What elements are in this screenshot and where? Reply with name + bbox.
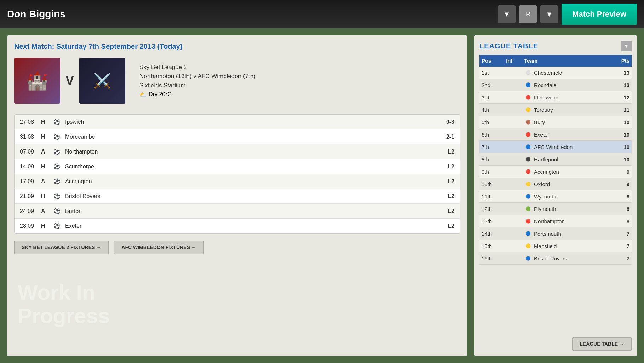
team-cell: 🔵 Bristol Rovers: [522, 252, 611, 265]
team-cell: 🔵 Wycombe: [522, 190, 611, 203]
league-table-row: 1st ⚪ Chesterfield 13: [479, 67, 632, 79]
team-cell: 🔵 Rochdale: [522, 79, 611, 91]
league-table-row: 2nd 🔵 Rochdale 13: [479, 79, 632, 91]
team-cell: 🟡 Mansfield: [522, 240, 611, 252]
inf-cell: [504, 227, 522, 240]
fix-date: 17.09: [20, 178, 41, 185]
pts-cell: 10: [611, 128, 632, 141]
fix-date: 24.09: [20, 208, 41, 214]
team-icon: ⚪: [524, 69, 532, 76]
arrow-down-right-btn[interactable]: ▼: [540, 5, 558, 23]
fixture-row: 31.08 H ⚽ Morecambe 2-1: [15, 129, 460, 144]
team-name: Chesterfield: [534, 70, 562, 76]
fix-badge-icon: ⚽: [52, 192, 62, 201]
team-icon: 🔵: [524, 192, 532, 200]
team-icon: 🔴: [524, 217, 532, 225]
league-table-row: 6th 🔴 Exeter 10: [479, 128, 632, 141]
team-name: Bristol Rovers: [534, 255, 567, 261]
pos-cell: 10th: [479, 178, 504, 190]
inf-cell: [504, 178, 522, 190]
inf-cell: [504, 104, 522, 116]
inf-cell: [504, 116, 522, 128]
fix-date: 07.09: [20, 149, 41, 155]
fix-badge-icon: ⚽: [52, 207, 62, 215]
fix-badge-icon: ⚽: [52, 117, 62, 126]
league-table-dropdown-btn[interactable]: ▼: [621, 41, 632, 51]
watermark: Work InProgress: [18, 281, 110, 328]
team-badges: V: [14, 58, 125, 104]
team-name: Northampton: [534, 218, 565, 224]
league-table-row: 9th 🔴 Accrington 9: [479, 166, 632, 178]
pts-cell: 10: [611, 141, 632, 153]
fix-team: Accrington: [65, 178, 433, 185]
league-table-row: 5th 🟤 Bury 10: [479, 116, 632, 128]
match-preview-button[interactable]: Match Preview: [562, 4, 637, 25]
inf-cell: [504, 79, 522, 91]
team-name: Wycombe: [534, 194, 558, 200]
fix-date: 27.08: [20, 119, 41, 125]
team-cell: 🟢 Plymouth: [522, 203, 611, 215]
inf-cell: [504, 141, 522, 153]
team-icon: 🔵: [524, 254, 532, 262]
fixtures-buttons: SKY BET LEAGUE 2 FIXTURES → AFC WIMBLEDO…: [14, 241, 460, 254]
pts-cell: 11: [611, 104, 632, 116]
match-details: Sky Bet League 2 Northampton (13th) v AF…: [139, 64, 255, 98]
inf-cell: [504, 203, 522, 215]
pts-cell: 7: [611, 240, 632, 252]
fix-result: L2: [433, 178, 454, 185]
pos-cell: 13th: [479, 215, 504, 227]
league-table: Pos Inf Team Pts 1st ⚪ Chesterfield 13 2…: [479, 55, 632, 265]
right-panel-inner: Pos Inf Team Pts 1st ⚪ Chesterfield 13 2…: [479, 55, 632, 351]
fix-badge-icon: ⚽: [52, 147, 62, 156]
pos-cell: 15th: [479, 240, 504, 252]
home-team-badge: [14, 58, 60, 104]
pts-cell: 13: [611, 79, 632, 91]
league-table-row: 16th 🔵 Bristol Rovers 7: [479, 252, 632, 265]
fix-result: 2-1: [433, 134, 454, 140]
next-match-title: Next Match: Saturday 7th September 2013 …: [14, 42, 460, 51]
arrow-down-left-btn[interactable]: ▼: [498, 5, 516, 23]
fix-ha: H: [41, 163, 52, 170]
team-fixtures-btn[interactable]: AFC WIMBLEDON FIXTURES →: [114, 241, 204, 254]
fixture-row: 27.08 H ⚽ Ipswich 0-3: [15, 115, 460, 129]
fix-date: 31.08: [20, 134, 41, 140]
weather-icon: ⛅: [139, 91, 146, 98]
r-button[interactable]: R: [519, 5, 537, 23]
team-name: Bury: [534, 119, 545, 125]
league-table-row: 14th 🔵 Portsmouth 7: [479, 227, 632, 240]
pos-cell: 5th: [479, 116, 504, 128]
team-icon: 🔵: [524, 230, 532, 237]
competition-name: Sky Bet League 2: [139, 64, 255, 71]
inf-cell: [504, 91, 522, 104]
match-info-section: V Sky Bet League 2 Northampton (13th) v …: [14, 58, 460, 104]
team-cell: 🔵 Portsmouth: [522, 227, 611, 240]
league-fixtures-btn[interactable]: SKY BET LEAGUE 2 FIXTURES →: [14, 241, 109, 254]
pos-cell: 8th: [479, 153, 504, 166]
pos-cell: 11th: [479, 190, 504, 203]
col-inf: Inf: [504, 55, 522, 67]
fix-team: Ipswich: [65, 119, 433, 125]
team-cell: 🔴 Fleetwood: [522, 91, 611, 104]
team-name: Portsmouth: [534, 231, 561, 237]
fix-team: Morecambe: [65, 134, 433, 140]
team-cell: 🟡 Oxford: [522, 178, 611, 190]
league-table-row: 7th 🔵 AFC Wimbledon 10: [479, 141, 632, 153]
team-name: Fleetwood: [534, 94, 558, 100]
fix-team: Northampton: [65, 149, 433, 155]
team-name: AFC Wimbledon: [534, 144, 573, 150]
pts-cell: 7: [611, 227, 632, 240]
fix-result: L2: [433, 149, 454, 155]
league-table-row: 10th 🟡 Oxford 9: [479, 178, 632, 190]
fix-team: Exeter: [65, 223, 433, 229]
stadium-name: Sixfields Stadium: [139, 82, 255, 89]
header-controls: ▼ R ▼ Match Preview: [498, 4, 637, 25]
fix-result: 0-3: [433, 119, 454, 125]
pts-cell: 10: [611, 153, 632, 166]
fix-date: 28.09: [20, 223, 41, 229]
league-table-full-btn[interactable]: LEAGUE TABLE →: [572, 337, 632, 351]
inf-cell: [504, 128, 522, 141]
pts-cell: 12: [611, 91, 632, 104]
pts-cell: 8: [611, 203, 632, 215]
right-panel: LEAGUE TABLE ▼ Pos Inf Team Pts 1st: [474, 35, 637, 356]
team-icon: 🟡: [524, 242, 532, 250]
